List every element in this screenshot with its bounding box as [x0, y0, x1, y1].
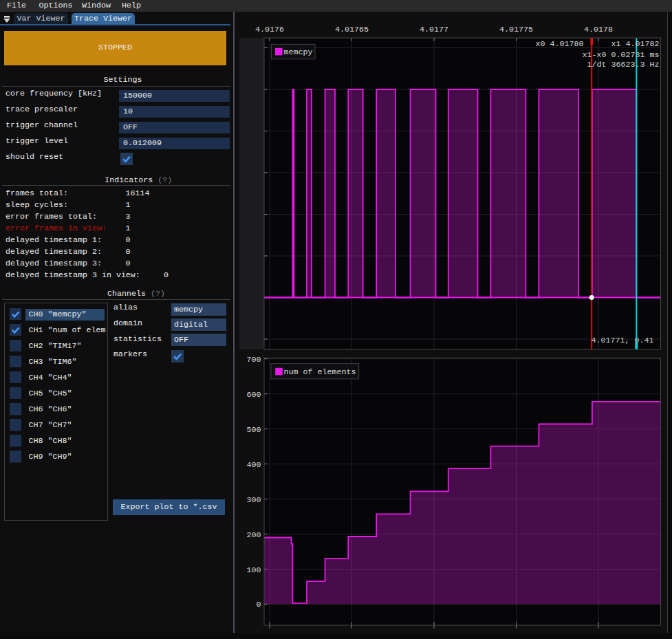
- svg-text:4.01765: 4.01765: [335, 25, 369, 34]
- svg-text:200: 200: [247, 530, 261, 540]
- svg-text:4.01775: 4.01775: [499, 25, 533, 34]
- svg-text:100: 100: [247, 565, 261, 575]
- svg-text:memcpy: memcpy: [284, 47, 313, 57]
- svg-text:1/dt 36623.3 Hz: 1/dt 36623.3 Hz: [587, 60, 660, 69]
- svg-text:700: 700: [247, 355, 261, 365]
- svg-text:x1 4.01782: x1 4.01782: [611, 39, 660, 49]
- svg-text:4.0176: 4.0176: [255, 25, 284, 34]
- svg-text:4.01771, 0.41: 4.01771, 0.41: [592, 336, 654, 345]
- svg-text:0: 0: [257, 600, 261, 609]
- svg-text:600: 600: [247, 390, 261, 400]
- svg-text:300: 300: [247, 495, 261, 505]
- svg-text:4.0178: 4.0178: [584, 25, 613, 34]
- svg-text:num of elements: num of elements: [284, 367, 356, 377]
- svg-text:4.0177: 4.0177: [420, 25, 448, 34]
- svg-text:400: 400: [247, 460, 261, 470]
- svg-text:x0 4.01780: x0 4.01780: [536, 39, 584, 49]
- svg-text:x1-x0 0.02731 ms: x1-x0 0.02731 ms: [583, 50, 660, 60]
- svg-text:500: 500: [247, 425, 261, 435]
